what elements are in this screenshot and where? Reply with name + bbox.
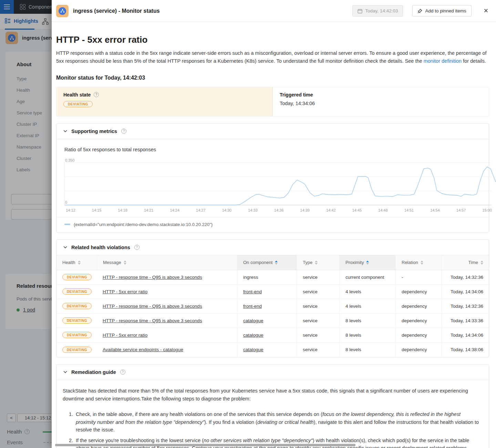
- deviating-badge: DEVIATING: [62, 347, 92, 353]
- column-header-message[interactable]: Message: [97, 255, 237, 270]
- component-link[interactable]: front-end: [243, 304, 262, 309]
- sort-icon: [78, 261, 81, 265]
- time-value: Today, 14:32:36: [451, 275, 483, 280]
- violation-message-link[interactable]: HTTP - 5xx error ratio: [103, 289, 147, 294]
- violations-help-icon[interactable]: ?: [134, 245, 140, 250]
- health-state-help-icon[interactable]: ?: [94, 92, 99, 97]
- pin-icon: [417, 9, 422, 13]
- modal-title: ingress (service) - Monitor status: [73, 8, 348, 14]
- datetime-button-label: Today, 14:42:03: [365, 8, 398, 13]
- sort-icon: [275, 261, 278, 265]
- monitor-heading: HTTP - 5xx error ratio: [56, 34, 489, 45]
- svg-text:0.350: 0.350: [65, 158, 75, 162]
- violations-table-body: DEVIATINGHTTP - response time - Q95 is a…: [56, 270, 489, 357]
- violations-header[interactable]: Related health violations ?: [56, 240, 489, 255]
- column-label: On component: [243, 260, 272, 265]
- deviating-badge: DEVIATING: [62, 317, 92, 324]
- component-link[interactable]: front-end: [243, 289, 262, 294]
- horizontal-scrollbar[interactable]: [55, 444, 355, 446]
- chevron-down-icon: [63, 371, 67, 373]
- chart-legend: {externalId="urn:endpoint:/demo-dev.demo…: [56, 217, 489, 232]
- sort-icon: [421, 261, 423, 265]
- remediation-title: Remediation guide: [71, 369, 116, 375]
- relation-value: dependency: [402, 333, 427, 338]
- proximity-value: 4 levels: [345, 304, 361, 309]
- remediation-header[interactable]: Remediation guide ?: [56, 365, 489, 380]
- remediation-help-icon[interactable]: ?: [120, 369, 125, 375]
- sort-icon: [366, 261, 369, 265]
- svg-text:14:18: 14:18: [118, 208, 127, 212]
- related-health-violations-section: Related health violations ? HealthMessag…: [56, 240, 489, 357]
- relation-value: dependency: [402, 347, 427, 352]
- service-icon: [56, 5, 69, 17]
- legend-line-swatch: [64, 224, 70, 225]
- violation-message-link[interactable]: HTTP - 5xx error ratio: [103, 333, 147, 338]
- svg-text:0: 0: [65, 200, 67, 204]
- violation-message-link[interactable]: HTTP - response time - Q95 is above 3 se…: [103, 304, 202, 309]
- add-to-pinned-button[interactable]: Add to pinned items: [412, 5, 471, 17]
- type-value: service: [303, 275, 318, 280]
- svg-text:14:54: 14:54: [430, 208, 440, 212]
- column-header-type[interactable]: Type: [297, 255, 339, 270]
- proximity-value: 8 levels: [345, 333, 361, 338]
- component-link[interactable]: catalogue: [243, 347, 264, 352]
- component-link[interactable]: catalogue: [243, 318, 264, 323]
- monitor-status-modal: ingress (service) - Monitor status Today…: [52, 0, 496, 448]
- column-label: Health: [62, 260, 75, 265]
- svg-text:14:48: 14:48: [378, 208, 388, 212]
- column-header-on-component[interactable]: On component: [237, 255, 297, 270]
- time-value: Today, 14:33:36: [451, 318, 483, 323]
- supporting-metrics-help-icon[interactable]: ?: [121, 129, 126, 134]
- svg-text:14:42: 14:42: [326, 208, 336, 212]
- svg-text:14:24: 14:24: [170, 208, 180, 212]
- supporting-metrics-header[interactable]: Supporting metrics ?: [56, 124, 489, 139]
- column-label: Message: [103, 260, 121, 265]
- type-value: service: [303, 304, 318, 309]
- deviating-badge: DEVIATING: [63, 101, 93, 107]
- triggered-time-panel: Triggered time Today, 14:34:06: [273, 87, 489, 116]
- monitor-definition-link[interactable]: monitor definition: [424, 58, 462, 64]
- svg-text:15:00: 15:00: [482, 208, 492, 212]
- description-text-after: for details.: [462, 58, 486, 64]
- svg-text:14:36: 14:36: [274, 208, 284, 212]
- table-row: DEVIATINGAvailable service endpoints - c…: [56, 343, 489, 357]
- column-header-relation[interactable]: Relation: [395, 255, 442, 270]
- column-header-proximity[interactable]: Proximity: [339, 255, 395, 270]
- close-icon[interactable]: ✕: [484, 7, 488, 14]
- time-value: Today, 14:34:06: [451, 333, 483, 338]
- violation-message-link[interactable]: HTTP - response time - Q95 is above 3 se…: [103, 318, 202, 323]
- modal-header: ingress (service) - Monitor status Today…: [52, 0, 496, 22]
- health-state-panel: Health state ? DEVIATING: [56, 87, 273, 116]
- health-state-card: Health state ? DEVIATING Triggered time …: [56, 87, 489, 116]
- column-label: Time: [468, 260, 478, 265]
- table-row: DEVIATINGHTTP - 5xx error ratiocatalogue…: [56, 328, 489, 343]
- column-label: Type: [303, 260, 312, 265]
- violation-message-link[interactable]: Available service endpoints - catalogue: [103, 347, 183, 352]
- violations-title: Related health violations: [71, 245, 130, 250]
- svg-text:14:30: 14:30: [222, 208, 232, 212]
- chart-title: Ratio of 5xx responses to total response…: [56, 139, 489, 158]
- violation-message-link[interactable]: HTTP - response time - Q95 is above 3 se…: [103, 275, 202, 280]
- component-link: ingress: [243, 275, 258, 280]
- datetime-button[interactable]: Today, 14:42:03: [352, 5, 403, 17]
- proximity-value: 8 levels: [345, 347, 361, 352]
- proximity-value: current component: [345, 275, 384, 280]
- column-header-time[interactable]: Time: [442, 255, 489, 270]
- svg-text:14:15: 14:15: [92, 208, 102, 212]
- remediation-step: Check, in the table above, if there are …: [74, 410, 480, 434]
- chevron-down-icon: [63, 246, 67, 248]
- component-link[interactable]: catalogue: [243, 333, 264, 338]
- column-label: Relation: [402, 260, 418, 265]
- legend-series-label: {externalId="urn:endpoint:/demo-dev.demo…: [74, 222, 213, 227]
- type-value: service: [303, 333, 318, 338]
- column-header-health[interactable]: Health: [56, 255, 97, 270]
- violations-table-header: HealthMessageOn componentTypeProximityRe…: [56, 255, 489, 270]
- remediation-step: If the service you're troubleshooting is…: [74, 437, 480, 448]
- table-row: DEVIATINGHTTP - 5xx error ratiofront-end…: [56, 285, 489, 299]
- remediation-guide-section: Remediation guide ? StackState has detec…: [56, 364, 489, 448]
- health-state-label: Health state: [63, 92, 91, 98]
- svg-text:14:39: 14:39: [300, 208, 310, 212]
- relation-value: dependency: [402, 304, 427, 309]
- time-value: Today, 14:32:36: [451, 304, 483, 309]
- table-row: DEVIATINGHTTP - response time - Q95 is a…: [56, 270, 489, 285]
